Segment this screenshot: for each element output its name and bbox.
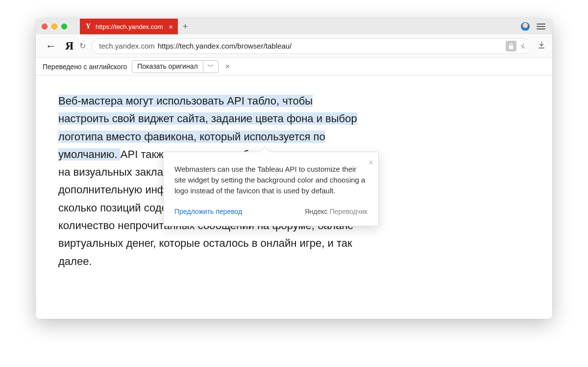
yandex-logo-icon[interactable]: Я	[65, 39, 74, 52]
popup-footer: Предложить перевод Яндекс Переводчик	[174, 207, 368, 216]
popup-close-icon[interactable]: ×	[368, 156, 373, 169]
translation-popup: × Webmasters can use the Tableau API to …	[163, 152, 379, 226]
lock-icon[interactable]	[506, 41, 516, 52]
popup-translation-text: Webmasters can use the Tableau API to cu…	[174, 164, 368, 196]
tab-close-icon[interactable]: ×	[169, 23, 173, 30]
translation-status-label: Переведено с английского	[43, 63, 127, 71]
suggest-translation-link[interactable]: Предложить перевод	[174, 207, 242, 216]
tab-title: https://tech.yandex.com	[96, 23, 165, 30]
omnibox-host: tech.yandex.com	[99, 42, 154, 50]
menu-icon[interactable]	[537, 22, 545, 31]
brand-yandex: Яндекс	[304, 208, 327, 215]
back-icon[interactable]: ←	[43, 40, 59, 52]
browser-window: Y https://tech.yandex.com × + ← Я ↻ tech…	[36, 19, 552, 319]
window-controls	[36, 19, 80, 34]
tabstrip-right	[521, 19, 552, 34]
window-close-icon[interactable]	[42, 24, 48, 29]
new-tab-button[interactable]: +	[178, 19, 193, 34]
translation-bar-close-icon[interactable]: ×	[223, 62, 232, 71]
brand-translator: Переводчик	[328, 208, 368, 215]
address-bar-row: ← Я ↻ tech.yandex.com https://tech.yande…	[36, 34, 552, 58]
omnibox-url: https://tech.yandex.com/browser/tableau/	[158, 42, 503, 50]
window-minimize-icon[interactable]	[51, 24, 57, 29]
reload-icon[interactable]: ↻	[79, 41, 86, 51]
show-original-caret-icon[interactable]: ﹀	[203, 61, 218, 73]
translation-bar: Переведено с английского Показать оригин…	[36, 58, 552, 76]
downloads-icon[interactable]	[538, 41, 545, 51]
page-content: Веб-мастера могут использовать API табло…	[36, 76, 552, 319]
show-original-label: Показать оригинал	[132, 61, 202, 73]
omnibox[interactable]: tech.yandex.com https://tech.yandex.com/…	[92, 38, 532, 54]
browser-tab[interactable]: Y https://tech.yandex.com ×	[80, 19, 178, 34]
tab-favicon: Y	[85, 23, 92, 30]
translator-brand: Яндекс Переводчик	[304, 207, 368, 216]
show-original-button[interactable]: Показать оригинал ﹀	[132, 60, 218, 73]
tab-strip: Y https://tech.yandex.com × +	[36, 19, 552, 34]
window-maximize-icon[interactable]	[61, 24, 67, 29]
profile-avatar-icon[interactable]	[521, 22, 530, 31]
